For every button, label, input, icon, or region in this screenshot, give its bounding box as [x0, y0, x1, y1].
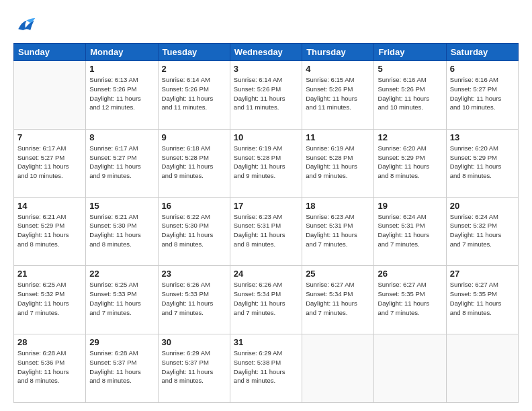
calendar-cell: 5Sunrise: 6:16 AM Sunset: 5:26 PM Daylig… — [374, 61, 446, 130]
day-number: 27 — [450, 269, 515, 279]
calendar-cell: 29Sunrise: 6:28 AM Sunset: 5:37 PM Dayli… — [86, 334, 158, 403]
day-number: 22 — [89, 269, 154, 279]
calendar-cell: 4Sunrise: 6:15 AM Sunset: 5:26 PM Daylig… — [302, 61, 374, 130]
calendar-cell — [374, 334, 446, 403]
day-number: 26 — [378, 269, 442, 279]
day-number: 8 — [89, 132, 154, 142]
calendar-cell: 21Sunrise: 6:25 AM Sunset: 5:32 PM Dayli… — [14, 266, 86, 334]
day-info: Sunrise: 6:25 AM Sunset: 5:33 PM Dayligh… — [89, 280, 154, 317]
calendar-cell: 9Sunrise: 6:18 AM Sunset: 5:28 PM Daylig… — [158, 129, 230, 197]
day-info: Sunrise: 6:23 AM Sunset: 5:31 PM Dayligh… — [234, 212, 298, 249]
calendar-cell: 3Sunrise: 6:14 AM Sunset: 5:26 PM Daylig… — [230, 61, 302, 130]
calendar-cell: 30Sunrise: 6:29 AM Sunset: 5:37 PM Dayli… — [158, 334, 230, 403]
day-number: 6 — [450, 64, 515, 74]
header — [13, 12, 519, 36]
calendar-cell: 6Sunrise: 6:16 AM Sunset: 5:27 PM Daylig… — [446, 61, 518, 130]
weekday-header-sunday: Sunday — [14, 44, 86, 61]
calendar-cell: 8Sunrise: 6:17 AM Sunset: 5:27 PM Daylig… — [86, 129, 158, 197]
logo-bird-icon — [13, 12, 38, 36]
day-number: 24 — [234, 269, 298, 279]
day-info: Sunrise: 6:27 AM Sunset: 5:34 PM Dayligh… — [306, 280, 370, 317]
calendar-cell: 12Sunrise: 6:20 AM Sunset: 5:29 PM Dayli… — [374, 129, 446, 197]
day-number: 5 — [378, 64, 442, 74]
weekday-header-friday: Friday — [374, 44, 446, 61]
day-info: Sunrise: 6:18 AM Sunset: 5:28 PM Dayligh… — [162, 144, 226, 181]
weekday-header-row: SundayMondayTuesdayWednesdayThursdayFrid… — [14, 44, 519, 61]
day-info: Sunrise: 6:26 AM Sunset: 5:34 PM Dayligh… — [234, 280, 298, 317]
day-number: 17 — [234, 201, 298, 211]
calendar-cell: 15Sunrise: 6:21 AM Sunset: 5:30 PM Dayli… — [86, 197, 158, 266]
day-info: Sunrise: 6:19 AM Sunset: 5:28 PM Dayligh… — [306, 144, 370, 181]
weekday-header-tuesday: Tuesday — [158, 44, 230, 61]
weekday-header-saturday: Saturday — [446, 44, 518, 61]
calendar-cell: 18Sunrise: 6:23 AM Sunset: 5:31 PM Dayli… — [302, 197, 374, 266]
calendar-cell: 23Sunrise: 6:26 AM Sunset: 5:33 PM Dayli… — [158, 266, 230, 334]
calendar-cell: 31Sunrise: 6:29 AM Sunset: 5:38 PM Dayli… — [230, 334, 302, 403]
calendar-cell: 13Sunrise: 6:20 AM Sunset: 5:29 PM Dayli… — [446, 129, 518, 197]
day-number: 10 — [234, 132, 298, 142]
calendar-cell: 19Sunrise: 6:24 AM Sunset: 5:31 PM Dayli… — [374, 197, 446, 266]
day-info: Sunrise: 6:25 AM Sunset: 5:32 PM Dayligh… — [17, 280, 82, 317]
calendar-cell: 22Sunrise: 6:25 AM Sunset: 5:33 PM Dayli… — [86, 266, 158, 334]
day-number: 1 — [89, 64, 154, 74]
calendar-week-row: 14Sunrise: 6:21 AM Sunset: 5:29 PM Dayli… — [14, 197, 519, 266]
calendar-week-row: 1Sunrise: 6:13 AM Sunset: 5:26 PM Daylig… — [14, 61, 519, 130]
day-number: 14 — [17, 201, 82, 211]
day-number: 20 — [450, 201, 515, 211]
day-info: Sunrise: 6:21 AM Sunset: 5:29 PM Dayligh… — [17, 212, 82, 249]
day-info: Sunrise: 6:24 AM Sunset: 5:32 PM Dayligh… — [450, 212, 515, 249]
day-info: Sunrise: 6:28 AM Sunset: 5:37 PM Dayligh… — [89, 349, 154, 385]
day-number: 13 — [450, 132, 515, 142]
day-number: 29 — [89, 337, 154, 347]
day-info: Sunrise: 6:21 AM Sunset: 5:30 PM Dayligh… — [89, 212, 154, 249]
calendar-cell: 7Sunrise: 6:17 AM Sunset: 5:27 PM Daylig… — [14, 129, 86, 197]
day-number: 4 — [306, 64, 370, 74]
day-number: 12 — [378, 132, 442, 142]
day-number: 9 — [162, 132, 226, 142]
calendar-cell: 27Sunrise: 6:27 AM Sunset: 5:35 PM Dayli… — [446, 266, 518, 334]
calendar-cell: 20Sunrise: 6:24 AM Sunset: 5:32 PM Dayli… — [446, 197, 518, 266]
day-number: 11 — [306, 132, 370, 142]
calendar-cell — [302, 334, 374, 403]
day-number: 23 — [162, 269, 226, 279]
day-info: Sunrise: 6:16 AM Sunset: 5:26 PM Dayligh… — [378, 75, 442, 112]
day-info: Sunrise: 6:28 AM Sunset: 5:36 PM Dayligh… — [17, 349, 82, 385]
weekday-header-monday: Monday — [86, 44, 158, 61]
calendar-body: 1Sunrise: 6:13 AM Sunset: 5:26 PM Daylig… — [14, 61, 519, 403]
calendar-cell: 24Sunrise: 6:26 AM Sunset: 5:34 PM Dayli… — [230, 266, 302, 334]
day-info: Sunrise: 6:29 AM Sunset: 5:37 PM Dayligh… — [162, 349, 226, 385]
day-info: Sunrise: 6:23 AM Sunset: 5:31 PM Dayligh… — [306, 212, 370, 249]
day-info: Sunrise: 6:24 AM Sunset: 5:31 PM Dayligh… — [378, 212, 442, 249]
day-number: 21 — [17, 269, 82, 279]
calendar-cell: 1Sunrise: 6:13 AM Sunset: 5:26 PM Daylig… — [86, 61, 158, 130]
calendar-week-row: 21Sunrise: 6:25 AM Sunset: 5:32 PM Dayli… — [14, 266, 519, 334]
day-info: Sunrise: 6:17 AM Sunset: 5:27 PM Dayligh… — [89, 144, 154, 181]
weekday-header-thursday: Thursday — [302, 44, 374, 61]
calendar-cell: 11Sunrise: 6:19 AM Sunset: 5:28 PM Dayli… — [302, 129, 374, 197]
day-number: 28 — [17, 337, 82, 347]
day-number: 15 — [89, 201, 154, 211]
day-info: Sunrise: 6:20 AM Sunset: 5:29 PM Dayligh… — [450, 144, 515, 181]
calendar-cell: 25Sunrise: 6:27 AM Sunset: 5:34 PM Dayli… — [302, 266, 374, 334]
day-info: Sunrise: 6:16 AM Sunset: 5:27 PM Dayligh… — [450, 75, 515, 112]
calendar-cell: 28Sunrise: 6:28 AM Sunset: 5:36 PM Dayli… — [14, 334, 86, 403]
day-info: Sunrise: 6:26 AM Sunset: 5:33 PM Dayligh… — [162, 280, 226, 317]
calendar-cell: 26Sunrise: 6:27 AM Sunset: 5:35 PM Dayli… — [374, 266, 446, 334]
logo — [13, 12, 40, 36]
day-number: 16 — [162, 201, 226, 211]
calendar-cell: 17Sunrise: 6:23 AM Sunset: 5:31 PM Dayli… — [230, 197, 302, 266]
calendar-cell: 2Sunrise: 6:14 AM Sunset: 5:26 PM Daylig… — [158, 61, 230, 130]
calendar-cell: 16Sunrise: 6:22 AM Sunset: 5:30 PM Dayli… — [158, 197, 230, 266]
day-info: Sunrise: 6:27 AM Sunset: 5:35 PM Dayligh… — [378, 280, 442, 317]
calendar-week-row: 7Sunrise: 6:17 AM Sunset: 5:27 PM Daylig… — [14, 129, 519, 197]
day-number: 19 — [378, 201, 442, 211]
day-info: Sunrise: 6:14 AM Sunset: 5:26 PM Dayligh… — [234, 75, 298, 112]
day-number: 25 — [306, 269, 370, 279]
day-number: 18 — [306, 201, 370, 211]
day-info: Sunrise: 6:17 AM Sunset: 5:27 PM Dayligh… — [17, 144, 82, 181]
day-info: Sunrise: 6:14 AM Sunset: 5:26 PM Dayligh… — [162, 75, 226, 112]
day-info: Sunrise: 6:15 AM Sunset: 5:26 PM Dayligh… — [306, 75, 370, 112]
calendar-cell: 14Sunrise: 6:21 AM Sunset: 5:29 PM Dayli… — [14, 197, 86, 266]
calendar-week-row: 28Sunrise: 6:28 AM Sunset: 5:36 PM Dayli… — [14, 334, 519, 403]
day-number: 2 — [162, 64, 226, 74]
